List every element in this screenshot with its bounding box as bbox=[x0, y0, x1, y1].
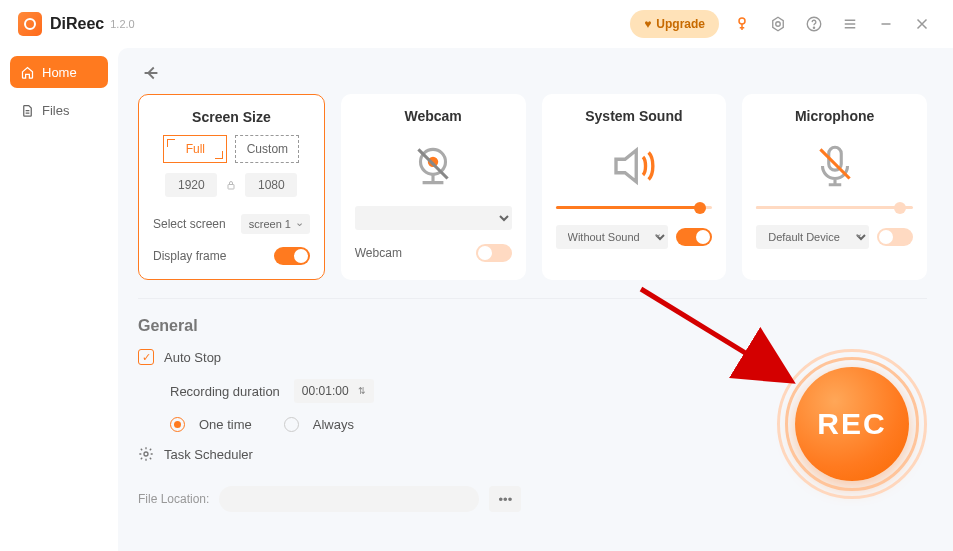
separator bbox=[138, 298, 927, 299]
card-title-screen: Screen Size bbox=[192, 109, 271, 125]
settings-icon[interactable] bbox=[765, 11, 791, 37]
nav-files-label: Files bbox=[42, 103, 69, 118]
mic-slider[interactable] bbox=[756, 206, 913, 209]
home-icon bbox=[20, 65, 35, 80]
file-location-label: File Location: bbox=[138, 492, 209, 506]
back-icon[interactable] bbox=[140, 62, 162, 84]
card-title-sound: System Sound bbox=[585, 108, 682, 124]
record-button-wrap: REC bbox=[777, 349, 927, 499]
app-version: 1.2.0 bbox=[110, 18, 134, 30]
card-title-webcam: Webcam bbox=[404, 108, 461, 124]
sound-slider[interactable] bbox=[556, 206, 713, 209]
always-label: Always bbox=[313, 417, 354, 432]
sound-toggle[interactable] bbox=[676, 228, 712, 246]
svg-point-9 bbox=[144, 452, 148, 456]
app-logo bbox=[18, 12, 42, 36]
display-frame-toggle[interactable] bbox=[274, 247, 310, 265]
nav-home-label: Home bbox=[42, 65, 77, 80]
gear-icon bbox=[138, 446, 154, 462]
webcam-off-icon bbox=[405, 138, 461, 194]
svg-rect-5 bbox=[228, 185, 234, 190]
help-icon[interactable] bbox=[801, 11, 827, 37]
task-scheduler-label[interactable]: Task Scheduler bbox=[164, 447, 253, 462]
mic-device-select[interactable]: Default Device bbox=[756, 225, 869, 249]
height-input[interactable] bbox=[245, 173, 297, 197]
width-input[interactable] bbox=[165, 173, 217, 197]
key-icon[interactable] bbox=[729, 11, 755, 37]
svg-point-2 bbox=[776, 22, 781, 27]
display-frame-label: Display frame bbox=[153, 249, 226, 263]
card-title-mic: Microphone bbox=[795, 108, 874, 124]
files-icon bbox=[20, 103, 35, 118]
mode-custom[interactable]: Custom bbox=[235, 135, 299, 163]
upgrade-button[interactable]: ♥ Upgrade bbox=[630, 10, 719, 38]
svg-point-0 bbox=[739, 18, 745, 24]
duration-input[interactable]: 00:01:00⇅ bbox=[294, 379, 374, 403]
auto-stop-checkbox[interactable]: ✓ bbox=[138, 349, 154, 365]
general-title: General bbox=[138, 317, 927, 335]
card-screen-size: Screen Size Full Custom Select screen sc… bbox=[138, 94, 325, 280]
mic-off-icon bbox=[807, 138, 863, 194]
one-time-radio[interactable] bbox=[170, 417, 185, 432]
card-webcam: Webcam Webcam bbox=[341, 94, 526, 280]
svg-point-4 bbox=[813, 27, 814, 28]
auto-stop-label: Auto Stop bbox=[164, 350, 221, 365]
close-icon[interactable] bbox=[909, 11, 935, 37]
select-screen-label: Select screen bbox=[153, 217, 226, 231]
minimize-icon[interactable] bbox=[873, 11, 899, 37]
app-name: DiReec bbox=[50, 15, 104, 33]
mode-full[interactable]: Full bbox=[163, 135, 227, 163]
sound-source-select[interactable]: Without Sound bbox=[556, 225, 669, 249]
nav-files[interactable]: Files bbox=[10, 94, 108, 126]
crown-icon: ♥ bbox=[644, 17, 651, 31]
screen-select[interactable]: screen 1 bbox=[241, 214, 310, 234]
stepper-icon: ⇅ bbox=[358, 386, 366, 396]
file-location-input[interactable] bbox=[219, 486, 479, 512]
sidebar: Home Files bbox=[0, 48, 118, 551]
speaker-icon bbox=[606, 138, 662, 194]
nav-home[interactable]: Home bbox=[10, 56, 108, 88]
webcam-toggle[interactable] bbox=[476, 244, 512, 262]
always-radio[interactable] bbox=[284, 417, 299, 432]
svg-marker-1 bbox=[773, 17, 784, 31]
recording-duration-label: Recording duration bbox=[170, 384, 280, 399]
menu-icon[interactable] bbox=[837, 11, 863, 37]
lock-icon[interactable] bbox=[225, 179, 237, 191]
webcam-label: Webcam bbox=[355, 246, 468, 260]
card-microphone: Microphone Default Device bbox=[742, 94, 927, 280]
upgrade-label: Upgrade bbox=[656, 17, 705, 31]
webcam-device-select[interactable] bbox=[355, 206, 512, 230]
one-time-label: One time bbox=[199, 417, 252, 432]
card-system-sound: System Sound Without Sound bbox=[542, 94, 727, 280]
file-location-browse[interactable]: ••• bbox=[489, 486, 521, 512]
mic-toggle[interactable] bbox=[877, 228, 913, 246]
duration-value: 00:01:00 bbox=[302, 384, 349, 398]
